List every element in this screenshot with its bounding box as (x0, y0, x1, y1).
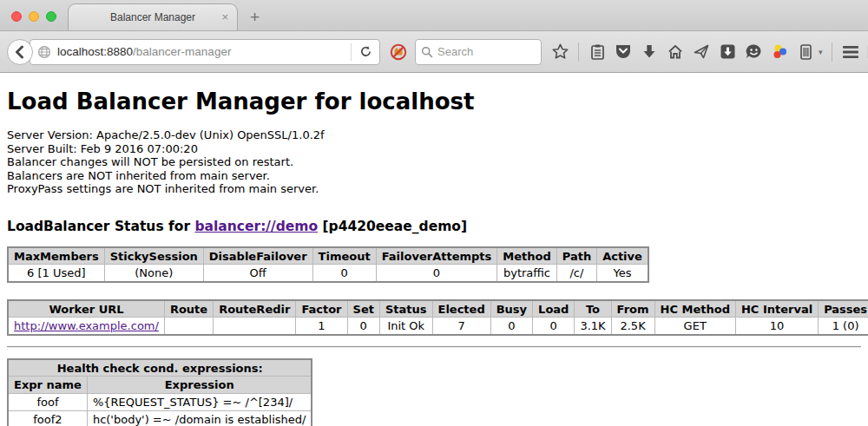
table-cell: 1 (0) (819, 318, 868, 335)
tab-close-icon[interactable]: × (221, 10, 228, 23)
minimize-window-button[interactable] (29, 11, 39, 22)
column-header: Path (556, 247, 596, 265)
column-header: Busy (490, 300, 532, 318)
column-header: Elected (432, 300, 490, 318)
table-row: foof2hc('body') =~ /domain is establishe… (8, 411, 312, 426)
toolbar-icons: ▾ (550, 42, 868, 62)
balancer-demo-link[interactable]: balancer://demo (194, 219, 318, 234)
box-down-arrow-icon (720, 43, 736, 60)
paper-plane-icon (693, 43, 710, 60)
table-cell: 7 (432, 318, 490, 335)
divider (7, 346, 861, 348)
table-cell: 2.5K (611, 318, 654, 335)
column-header: Route (164, 300, 213, 318)
pocket-button[interactable] (614, 42, 633, 62)
column-header: Method (497, 247, 556, 265)
table-cell: (None) (104, 265, 203, 282)
column-header: RouteRedir (214, 300, 296, 318)
table-cell: 10 (735, 318, 818, 335)
url-bar[interactable]: localhost:8880/balancer-manager (30, 39, 380, 65)
save-box-button[interactable] (718, 42, 737, 62)
column-header: Passes (819, 300, 868, 318)
column-header: StickySession (104, 247, 203, 265)
table-cell: Yes (597, 265, 648, 282)
url-path: /balancer-manager (133, 45, 231, 58)
column-header: Timeout (312, 247, 376, 265)
chevron-down-icon[interactable]: ▾ (819, 48, 823, 56)
column-header: To (575, 300, 611, 318)
table-cell: 0 (347, 318, 379, 335)
globe-icon[interactable] (37, 45, 51, 59)
home-icon (667, 43, 684, 60)
tab-balancer-manager[interactable]: Balancer Manager × (68, 3, 238, 30)
inherit-notice-line: Balancers are NOT inherited from main se… (7, 169, 861, 183)
loadbalancer-status-heading: LoadBalancer Status for balancer://demo … (7, 219, 861, 234)
tab-title: Balancer Manager (110, 11, 195, 23)
page-content: Load Balancer Manager for localhost Serv… (0, 73, 868, 426)
column-header: Worker URL (8, 300, 164, 318)
table-cell: 0 (490, 318, 532, 335)
worker-status-table: Worker URLRouteRouteRedirFactorSetStatus… (7, 299, 868, 336)
column-header: Active (597, 247, 648, 265)
column-header: Load (533, 300, 575, 318)
home-button[interactable] (666, 42, 685, 62)
server-built-line: Server Built: Feb 9 2016 07:00:20 (7, 142, 861, 156)
clipboard-button[interactable] (588, 42, 607, 62)
health-check-expressions-table: Health check cond. expressions:Expr name… (7, 358, 312, 426)
table-cell: 3.1K (575, 318, 611, 335)
column-header: Expression (87, 377, 312, 394)
smiley-button[interactable] (744, 42, 763, 62)
column-header: From (611, 300, 654, 318)
table-cell: bytraffic (497, 265, 556, 282)
new-tab-button[interactable]: + (250, 8, 260, 27)
column-header: Factor (296, 300, 347, 318)
colored-dots-button[interactable] (770, 42, 789, 62)
balancer-settings-table: MaxMembersStickySessionDisableFailoverTi… (7, 246, 649, 283)
plugin-blocked-icon (389, 43, 408, 62)
column-header: FailoverAttempts (376, 247, 497, 265)
hamburger-menu-icon (842, 45, 859, 59)
column-header: DisableFailover (203, 247, 312, 265)
toolbar-divider (578, 43, 579, 62)
send-button[interactable] (692, 42, 711, 62)
table-row: http://www.example.com/10Init Ok7003.1K2… (8, 318, 868, 335)
close-window-button[interactable] (11, 11, 22, 22)
table-cell: /c/ (556, 265, 596, 282)
table-cell (164, 318, 213, 335)
extension-grill-button[interactable] (796, 42, 815, 62)
grill-icon (799, 43, 813, 61)
tab-bar: Balancer Manager × + (0, 0, 868, 31)
bookmark-star-button[interactable] (550, 42, 569, 62)
table-row: foof%{REQUEST_STATUS} =~ /^[234]/ (8, 394, 312, 411)
proxypass-notice-line: ProxyPass settings are NOT inherited fro… (7, 182, 861, 196)
column-header: Set (347, 300, 379, 318)
table-cell: foof2 (8, 411, 87, 426)
url-domain: localhost:8880 (57, 45, 133, 58)
table-cell: 0 (376, 265, 497, 282)
column-header: MaxMembers (8, 247, 104, 265)
url-text[interactable]: localhost:8880/balancer-manager (57, 45, 351, 58)
reload-icon (359, 45, 372, 58)
navigation-toolbar: localhost:8880/balancer-manager (0, 31, 868, 73)
persist-notice-line: Balancer changes will NOT be persisted o… (7, 155, 861, 169)
clipboard-icon (589, 43, 606, 61)
worker-url-link[interactable]: http://www.example.com/ (14, 319, 159, 332)
table-row: 6 [1 Used](None)Off00bytraffic/c/Yes (8, 265, 648, 282)
back-button[interactable] (7, 39, 33, 65)
back-arrow-icon (13, 45, 27, 59)
table-cell: 0 (312, 265, 376, 282)
reload-button[interactable] (352, 45, 379, 58)
table-cell (214, 318, 296, 335)
window-controls (11, 11, 56, 22)
column-header: Status (379, 300, 432, 318)
search-bar[interactable] (415, 39, 542, 65)
plugin-blocked-button[interactable] (389, 43, 408, 62)
zoom-window-button[interactable] (46, 11, 56, 22)
server-version-line: Server Version: Apache/2.5.0-dev (Unix) … (7, 128, 861, 142)
table-cell: hc('body') =~ /domain is established/ (87, 411, 312, 426)
menu-button[interactable] (841, 42, 860, 62)
download-button[interactable] (640, 42, 659, 62)
search-input[interactable] (437, 45, 524, 58)
table-cell: GET (654, 318, 735, 335)
colored-dots-icon (772, 43, 788, 60)
